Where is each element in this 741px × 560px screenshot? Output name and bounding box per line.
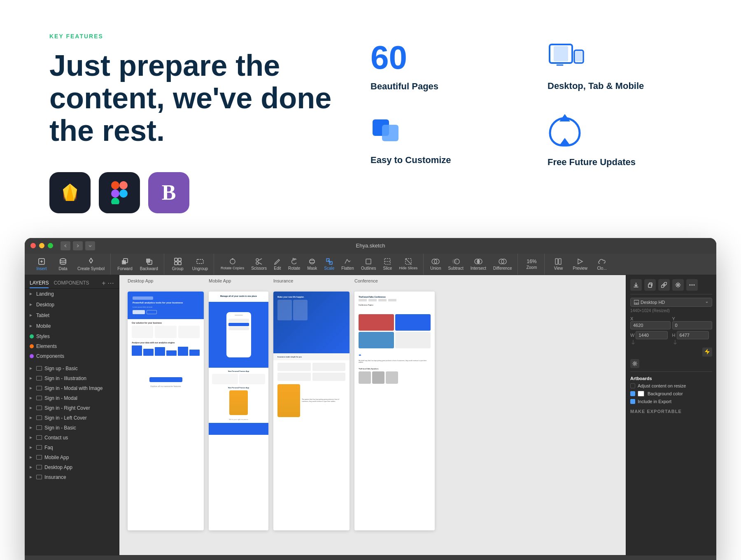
devices-icon: [548, 41, 692, 74]
layers-tab[interactable]: LAYERS: [30, 278, 49, 288]
cloud-btn[interactable]: Clo...: [592, 256, 612, 272]
fullscreen-button[interactable]: [48, 243, 53, 248]
create-symbol-btn[interactable]: Create Symbol: [74, 256, 108, 273]
svg-rect-26: [178, 262, 181, 265]
union-btn[interactable]: Union: [427, 256, 444, 272]
hide-slices-label: Hide Slices: [399, 266, 417, 270]
sidebar-add-button[interactable]: + ⋯: [102, 279, 114, 287]
zoom-input-btn[interactable]: 16% Zoom: [521, 257, 542, 271]
sidebar-item-signin-modal-image[interactable]: ▶ Sign in - Modal with Image: [25, 383, 119, 393]
sidebar-item-faq[interactable]: ▶ Faq: [25, 443, 119, 453]
sidebar-item-contact-us[interactable]: ▶ Contact us: [25, 433, 119, 443]
sidebar-item-signin-illustration[interactable]: ▶ Sign in - Illustration: [25, 373, 119, 383]
components-dot-icon: [30, 354, 34, 358]
sidebar-item-signin-right-cover[interactable]: ▶ Sign in - Right Cover: [25, 403, 119, 413]
sidebar-item-tablet[interactable]: ▶ Tablet: [25, 310, 119, 321]
ungroup-btn[interactable]: Ungroup: [189, 256, 211, 273]
insert-btn[interactable]: Insert: [31, 256, 52, 273]
sidebar-item-desktop-app[interactable]: ▶ Desktop App: [25, 462, 119, 472]
desktop-page-content: Powerfull analytics tools for your busin…: [128, 292, 204, 530]
difference-btn[interactable]: Difference: [490, 256, 515, 272]
customize-icon: [370, 113, 515, 148]
preview-btn[interactable]: Preview: [569, 256, 591, 272]
sidebar-item-elements[interactable]: Elements: [25, 341, 119, 351]
y-input[interactable]: [672, 321, 713, 329]
hide-slices-btn[interactable]: Hide Slices: [396, 256, 421, 272]
x-input[interactable]: [630, 321, 671, 329]
rotate-btn[interactable]: Rotate: [285, 256, 303, 272]
minimize-button[interactable]: [39, 243, 44, 248]
scissors-btn[interactable]: Scissors: [248, 256, 270, 272]
settings-icon-btn[interactable]: [630, 359, 639, 368]
include-export-checkbox[interactable]: [630, 399, 635, 404]
analytics-section: Analyse your data with our analytics eng…: [132, 341, 200, 356]
include-export-row: Include in Export: [630, 399, 712, 404]
mask-btn[interactable]: Mask: [304, 256, 320, 272]
svg-rect-39: [366, 259, 371, 264]
conf-sponsors: [359, 299, 431, 301]
slice-btn[interactable]: Slice: [380, 256, 396, 272]
sidebar-item-landing[interactable]: ▶ Landing: [25, 289, 119, 299]
sidebar-item-mobile[interactable]: ▶ Mobile: [25, 321, 119, 331]
svg-rect-23: [175, 258, 177, 261]
nav-down-btn[interactable]: [85, 241, 95, 250]
outlines-btn[interactable]: Outlines: [358, 256, 380, 272]
sidebar-item-signup-basic[interactable]: ▶ Sign up - Basic: [25, 364, 119, 373]
nav-back-btn[interactable]: [61, 241, 70, 250]
nav-fwd-btn[interactable]: [73, 241, 83, 250]
canvas-area[interactable]: Desktop App Mobile App Insurance Confere…: [119, 275, 626, 555]
bg-color-swatch[interactable]: [638, 391, 644, 397]
sidebar-item-signin-modal[interactable]: ▶ Sign in - Modal: [25, 393, 119, 403]
scale-btn[interactable]: Scale: [321, 256, 338, 272]
panel-more-icon[interactable]: [686, 279, 698, 291]
components-tab[interactable]: COMPONENTS: [54, 278, 89, 288]
ins-person-img: [277, 384, 300, 417]
expand-arrow-icon: ▶: [30, 465, 34, 469]
sidebar-signin-modal-img-label: Sign in - Modal with Image: [44, 385, 103, 391]
subtract-btn[interactable]: Subtract: [445, 256, 466, 272]
sidebar-item-desktop[interactable]: ▶ Desktop: [25, 299, 119, 310]
ins-feature-grid: [277, 363, 345, 381]
panel-divider-2: [630, 371, 712, 372]
hero-subtitle: Lorem ipsum dolor sit amet: [133, 306, 199, 308]
sidebar-signin-left-cover-label: Sign in - Left Cover: [44, 415, 87, 421]
group-btn[interactable]: Group: [168, 256, 188, 273]
view-btn[interactable]: View: [548, 256, 569, 272]
svg-point-34: [310, 259, 315, 264]
close-button[interactable]: [30, 243, 36, 248]
panel-export-icon[interactable]: [630, 279, 642, 291]
edit-btn[interactable]: Edit: [270, 256, 284, 272]
sidebar-item-signin-basic[interactable]: ▶ Sign in - Basic: [25, 423, 119, 433]
ins-img-1: [277, 300, 292, 320]
ins-person-section: The partner that if we kept putting grea…: [277, 384, 345, 417]
panel-copy-icon[interactable]: [644, 279, 656, 291]
canvas-inner: Powerfull analytics tools for your busin…: [119, 283, 626, 555]
svg-point-59: [692, 284, 693, 285]
adjust-resize-checkbox[interactable]: [630, 383, 635, 388]
inspector-panel: Desktop HD 1440×1024 (Resized) X Y W: [626, 275, 716, 555]
rotate-copies-btn[interactable]: Rotate Copies: [217, 256, 247, 272]
rotate-label: Rotate: [288, 266, 300, 271]
make-exportable-btn[interactable]: MAKE EXPORTABLE: [630, 409, 712, 414]
w-input[interactable]: [636, 331, 668, 339]
flatten-btn[interactable]: Flatten: [338, 256, 357, 272]
conf-quote-text: We belief way that if we kept putting gr…: [359, 360, 431, 364]
sidebar-item-components[interactable]: Components: [25, 351, 119, 361]
sidebar-item-styles[interactable]: Styles: [25, 331, 119, 341]
panel-link-icon[interactable]: [658, 279, 670, 291]
svg-marker-13: [559, 138, 570, 145]
sidebar-item-signin-left-cover[interactable]: ▶ Sign in - Left Cover: [25, 413, 119, 423]
data-btn[interactable]: Data: [53, 256, 73, 273]
bg-color-checkbox[interactable]: [630, 391, 635, 396]
backward-btn[interactable]: Backward: [137, 256, 161, 273]
svg-rect-19: [122, 260, 126, 264]
intersect-btn[interactable]: Intersect: [467, 256, 489, 272]
sidebar-item-insurance[interactable]: ▶ Insurance: [25, 472, 119, 482]
panel-settings-icon[interactable]: [672, 279, 684, 291]
h-input[interactable]: [677, 331, 709, 339]
forward-label: Forward: [117, 266, 133, 271]
sidebar-item-mobile-app[interactable]: ▶ Mobile App: [25, 453, 119, 462]
forward-btn[interactable]: Forward: [114, 256, 136, 273]
device-selector[interactable]: Desktop HD: [630, 298, 712, 307]
page-label-insurance: Insurance: [273, 278, 350, 283]
